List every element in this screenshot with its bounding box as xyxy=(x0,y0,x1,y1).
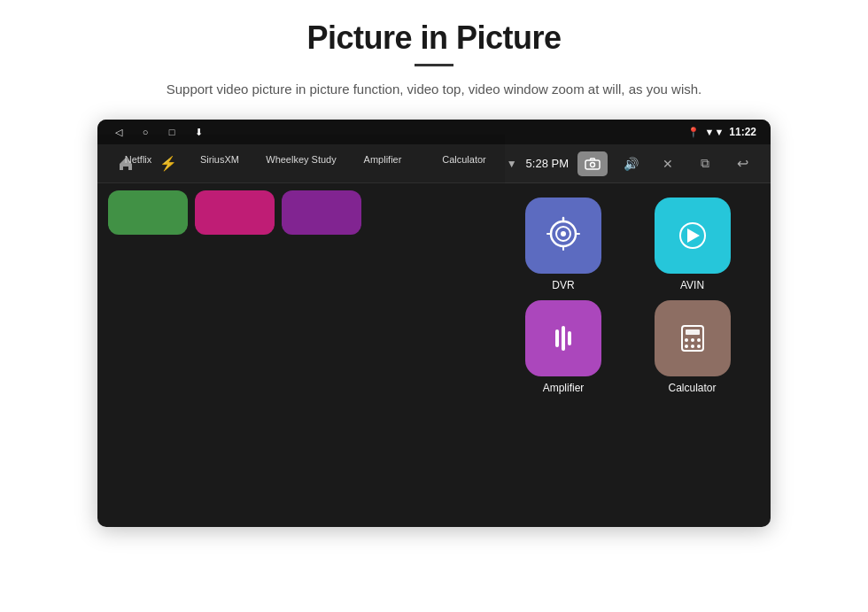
wifi-icon: ▼▼ xyxy=(705,127,725,137)
title-divider xyxy=(415,64,453,66)
wheelkey-bottom-item[interactable]: Wheelkey Study xyxy=(260,154,342,165)
amplifier-label: Amplifier xyxy=(543,382,585,394)
amplifier-icon-img xyxy=(525,300,601,376)
volume-icon[interactable]: 🔊 xyxy=(616,150,645,178)
camera-button[interactable] xyxy=(577,151,608,176)
netflix-top-icon[interactable] xyxy=(108,190,188,235)
calculator-bottom-item[interactable]: Calculator xyxy=(423,154,505,165)
svg-point-16 xyxy=(685,345,688,348)
calculator-bottom-label: Calculator xyxy=(442,154,486,165)
avin-icon-img xyxy=(655,198,731,274)
svg-point-14 xyxy=(691,338,694,342)
svg-point-13 xyxy=(685,338,688,342)
svg-point-7 xyxy=(691,234,694,237)
avin-label: AVIN xyxy=(680,279,704,291)
dvr-label: DVR xyxy=(552,279,574,291)
svg-rect-8 xyxy=(555,329,559,347)
svg-point-6 xyxy=(561,231,566,236)
wifi-nav-icon: ▼ xyxy=(507,158,517,170)
avin-app-icon[interactable]: AVIN xyxy=(640,198,745,291)
top-apps-row xyxy=(97,183,505,241)
nav-right: ▼ 5:28 PM 🔊 ✕ ⧉ ↩ xyxy=(507,150,756,178)
amplifier-bottom-label: Amplifier xyxy=(364,154,402,165)
close-nav-icon[interactable]: ✕ xyxy=(654,150,682,178)
wheelkey-top-icon[interactable] xyxy=(282,190,361,235)
svg-point-17 xyxy=(691,345,694,348)
siriusxm-top-icon[interactable] xyxy=(195,190,275,235)
amplifier-bottom-item[interactable]: Amplifier xyxy=(342,154,423,165)
pip-nav-icon[interactable]: ⧉ xyxy=(691,150,719,178)
calculator-label: Calculator xyxy=(668,382,716,394)
svg-rect-12 xyxy=(686,329,700,335)
app-grid-area: DVR AVIN xyxy=(500,183,771,212)
calculator-icon-img xyxy=(655,300,731,376)
svg-rect-0 xyxy=(585,160,600,169)
bottom-labels-row: Netflix SiriusXM Wheelkey Study Amplifie… xyxy=(97,135,505,183)
dvr-icon-img xyxy=(525,198,601,274)
amplifier-app-icon[interactable]: Amplifier xyxy=(511,300,616,394)
siriusxm-bottom-item[interactable]: SiriusXM xyxy=(179,154,260,165)
wheelkey-bottom-label: Wheelkey Study xyxy=(266,154,336,165)
svg-rect-10 xyxy=(568,331,571,345)
location-icon: 📍 xyxy=(687,127,700,138)
svg-point-15 xyxy=(697,338,701,342)
calculator-app-icon[interactable]: Calculator xyxy=(640,300,745,394)
page-title: Picture in Picture xyxy=(306,19,561,57)
back-nav-icon[interactable]: ↩ xyxy=(728,150,756,178)
page-container: Picture in Picture Support video picture… xyxy=(0,0,868,612)
netflix-bottom-label: Netflix xyxy=(125,154,152,165)
status-time: 11:22 xyxy=(729,126,756,138)
svg-rect-9 xyxy=(562,326,565,351)
page-subtitle: Support video picture in picture functio… xyxy=(167,79,701,100)
dvr-app-icon[interactable]: DVR xyxy=(511,198,616,291)
siriusxm-bottom-label: SiriusXM xyxy=(200,154,239,165)
svg-point-1 xyxy=(591,162,595,167)
device-frame: ◁ ○ □ ⬇ 📍 ▼▼ 11:22 ⚡ ▼ xyxy=(97,120,771,527)
nav-time: 5:28 PM xyxy=(526,157,569,170)
netflix-bottom-item[interactable]: Netflix xyxy=(97,154,179,165)
status-bar-right: 📍 ▼▼ 11:22 xyxy=(687,126,756,138)
svg-point-18 xyxy=(697,345,701,348)
